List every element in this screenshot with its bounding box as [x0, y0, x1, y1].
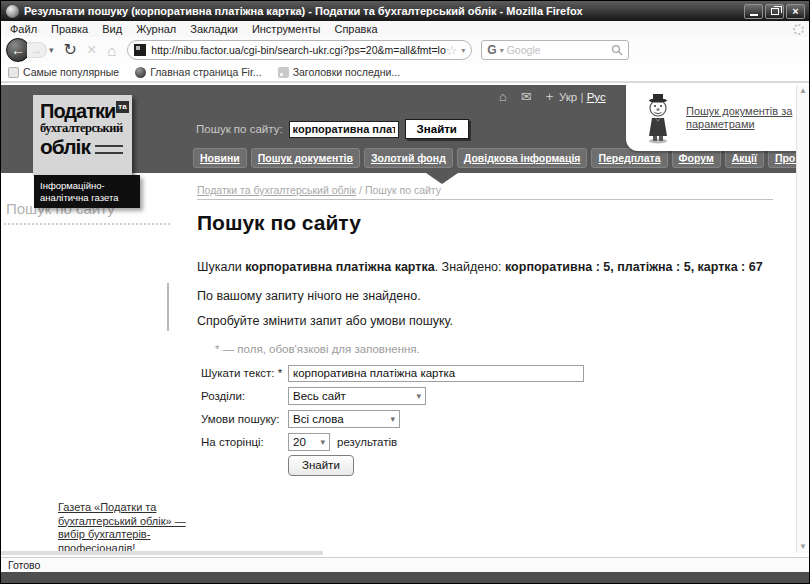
- logo-tagline: Інформаційно-аналітична газета: [34, 175, 140, 208]
- search-mode-label: Умови пошуку:: [201, 413, 288, 425]
- status-bar: Готово: [1, 557, 809, 572]
- vertical-scrollbar[interactable]: ▲ ▼: [796, 85, 809, 553]
- message-border-decoration: [167, 283, 169, 331]
- menu-view[interactable]: Вид: [95, 22, 129, 36]
- nav-gold-fund[interactable]: Золотий фонд: [364, 148, 453, 168]
- sections-label: Розділи:: [201, 390, 288, 402]
- nav-promotions[interactable]: Акції: [725, 148, 764, 168]
- stop-button[interactable]: ×: [87, 40, 96, 60]
- history-dropdown-icon[interactable]: ▾: [49, 45, 54, 55]
- chevron-down-icon: ▾: [390, 414, 395, 424]
- bottom-strip: [1, 572, 809, 584]
- param-search-link[interactable]: Пошук документів за параметрами: [686, 105, 794, 131]
- lang-ukr: Укр: [559, 91, 577, 103]
- bookmark-most-popular[interactable]: Самые популярные: [8, 66, 119, 78]
- required-fields-note: * — поля, обов'язкові для заповнення.: [215, 343, 420, 355]
- summary-middle: . Знайдено:: [435, 260, 505, 274]
- scroll-down-icon[interactable]: ▼: [799, 543, 807, 551]
- site-home-icon[interactable]: ⌂: [499, 90, 507, 103]
- sections-selected-value: Весь сайт: [293, 390, 346, 402]
- restore-icon: [771, 8, 779, 15]
- search-engine-dropdown-icon[interactable]: ▾: [500, 46, 504, 55]
- summary-prefix: Шукали: [197, 260, 245, 274]
- search-summary: Шукали корпоративна платіжна картка. Зна…: [197, 260, 797, 274]
- menu-help[interactable]: Справка: [327, 22, 384, 36]
- restore-button[interactable]: [765, 4, 784, 19]
- logo-ta-badge: та: [116, 101, 128, 113]
- forward-button[interactable]: →: [27, 42, 47, 58]
- sections-row: Розділи: Весь сайт ▾: [201, 387, 584, 405]
- address-bar[interactable]: ☆ ▾: [127, 40, 472, 60]
- menu-edit[interactable]: Правка: [44, 22, 95, 36]
- google-search-box[interactable]: G ▾: [481, 40, 629, 60]
- minimize-button[interactable]: [744, 4, 763, 19]
- per-page-row: На сторінці: 20 ▾ результатів: [201, 433, 584, 451]
- google-search-input[interactable]: [507, 44, 612, 56]
- newspaper-footer-link[interactable]: Газета «Податки та бухгалтерський облік»…: [58, 501, 194, 555]
- lang-rus-link[interactable]: Рус: [587, 91, 606, 103]
- try-again-message: Спробуйте змінити запит або умови пошуку…: [197, 314, 453, 328]
- param-search-box: Пошук документів за параметрами: [626, 85, 798, 151]
- menu-bookmarks[interactable]: Закладки: [183, 22, 245, 36]
- chevron-down-icon: ▾: [416, 391, 421, 401]
- search-mode-select[interactable]: Всі слова ▾: [288, 410, 400, 428]
- nav-reference-info[interactable]: Довідкова інформація: [457, 148, 588, 168]
- bookmark-label: Главная страница Fir...: [150, 66, 261, 78]
- bookmark-label: Самые популярные: [23, 66, 119, 78]
- breadcrumb-home-link[interactable]: Податки та бухгалтерський облік: [197, 184, 356, 196]
- header-search-label: Пошук по сайту:: [196, 123, 283, 135]
- window-title: Результати пошуку (корпоративна платіжна…: [24, 5, 744, 17]
- menu-tools[interactable]: Инструменты: [245, 22, 328, 36]
- logo-lines-decoration: [95, 145, 123, 154]
- url-dropdown-icon[interactable]: ▾: [461, 46, 465, 55]
- site-favicon: [134, 44, 146, 56]
- per-page-label: На сторінці:: [201, 436, 288, 448]
- bookmark-star-icon[interactable]: ☆: [446, 44, 458, 57]
- site-add-icon[interactable]: +: [546, 90, 554, 103]
- title-bar[interactable]: Результати пошуку (корпоративна платіжна…: [1, 1, 809, 21]
- reload-button[interactable]: ↻: [64, 40, 77, 60]
- find-button[interactable]: Знайти: [288, 455, 354, 476]
- minimize-icon: [750, 14, 758, 16]
- per-page-selected-value: 20: [293, 436, 306, 448]
- browser-window: Результати пошуку (корпоративна платіжна…: [0, 0, 810, 584]
- horizontal-scrollbar[interactable]: [1, 551, 323, 555]
- rss-icon: [278, 67, 289, 78]
- home-button[interactable]: ⌂: [107, 42, 116, 59]
- header-search: Пошук по сайту: Знайти: [196, 119, 469, 139]
- breadcrumb-divider: [197, 199, 773, 200]
- search-text-input[interactable]: [288, 365, 584, 382]
- nav-news[interactable]: Новини: [193, 148, 247, 168]
- status-text: Готово: [8, 559, 40, 571]
- url-input[interactable]: [151, 44, 445, 56]
- site-navigation: Новини Пошук документів Золотий фонд Дов…: [193, 148, 809, 168]
- magnifier-icon[interactable]: [611, 44, 623, 56]
- breadcrumb-separator: /: [356, 184, 365, 196]
- site-logo[interactable]: Податкита бухгалтерський облік: [33, 95, 132, 175]
- language-switcher: Укр | Рус: [559, 91, 606, 103]
- bookmark-latest-headlines[interactable]: Заголовки последни...: [278, 66, 400, 78]
- close-button[interactable]: ×: [786, 4, 805, 19]
- firefox-bookmark-icon: [135, 67, 146, 78]
- logo-word1: Податкита: [40, 101, 132, 121]
- menu-history[interactable]: Журнал: [129, 22, 183, 36]
- menu-file[interactable]: Файл: [3, 22, 44, 36]
- nav-subscription[interactable]: Передплата: [591, 148, 667, 168]
- header-search-button[interactable]: Знайти: [405, 119, 469, 139]
- menu-bar: Файл Правка Вид Журнал Закладки Инструме…: [1, 21, 809, 37]
- nav-document-search[interactable]: Пошук документів: [251, 148, 360, 168]
- mascot-image: [640, 92, 676, 144]
- site-mail-icon[interactable]: ✉: [521, 90, 532, 103]
- page-title: Пошук по сайту: [197, 211, 361, 235]
- bookmark-firefox-home[interactable]: Главная страница Fir...: [135, 66, 261, 78]
- per-page-select[interactable]: 20 ▾: [288, 433, 330, 451]
- header-search-input[interactable]: [289, 121, 399, 138]
- submit-row: Знайти: [201, 456, 584, 474]
- bookmark-label: Заголовки последни...: [293, 66, 400, 78]
- search-mode-row: Умови пошуку: Всі слова ▾: [201, 410, 584, 428]
- sections-select[interactable]: Весь сайт ▾: [288, 387, 426, 405]
- nav-forum[interactable]: Форум: [672, 148, 721, 168]
- throbber-icon: [793, 24, 804, 35]
- search-form: Шукати текст: * Розділи: Весь сайт ▾ Умо…: [201, 364, 584, 479]
- scroll-up-icon[interactable]: ▲: [799, 87, 807, 95]
